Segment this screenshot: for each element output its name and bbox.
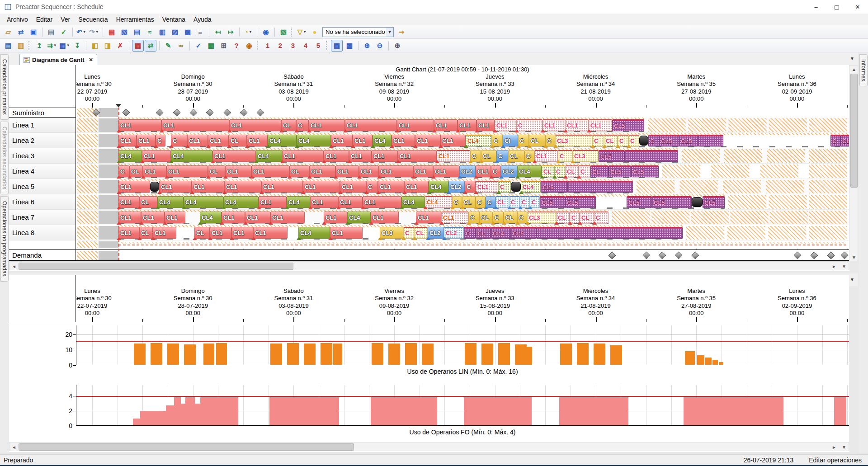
view-plot-button[interactable]: ≈ <box>144 26 156 38</box>
reload-schedule-button[interactable]: ⇄ <box>145 40 156 52</box>
gantt-bar[interactable]: CL5 <box>703 196 725 208</box>
sidetab-calendarios-primarios[interactable]: Calendarios primarios <box>0 54 9 120</box>
gantt-tab-close-icon[interactable]: ✕ <box>89 57 93 63</box>
gantt-bar[interactable]: CL4 <box>157 196 184 208</box>
gantt-bar[interactable]: CL1 <box>379 165 413 177</box>
gantt-bar[interactable]: CL2 <box>444 227 464 239</box>
gantt-bar[interactable]: CL1 <box>245 212 270 223</box>
gantt-bar[interactable]: CL5 <box>659 135 679 146</box>
resource-label-linea-1[interactable]: Linea 1 <box>9 118 75 133</box>
tool-4-button[interactable]: 4 <box>300 40 311 52</box>
gantt-bar[interactable]: CL1 <box>324 150 349 162</box>
gantt-bar[interactable]: CL1 <box>476 119 495 131</box>
open-button[interactable]: ▱ <box>2 26 14 38</box>
plots-scroll-down-icon[interactable]: ▼ <box>840 443 848 451</box>
resource-label-linea-5[interactable]: Linea 5 <box>9 179 75 194</box>
demand-marker[interactable] <box>659 252 666 259</box>
demand-marker[interactable] <box>609 252 616 259</box>
gantt-bar[interactable]: CL1 <box>345 119 397 131</box>
gantt-bar[interactable]: CL4 <box>200 212 222 223</box>
gantt-bar[interactable]: CL1 <box>303 181 340 193</box>
gantt-bar[interactable]: CL1 <box>534 150 558 162</box>
gantt-bar[interactable]: CL4 <box>491 227 511 239</box>
redo-button[interactable]: ↷▼ <box>88 26 100 38</box>
gantt-bar[interactable]: CL <box>229 135 247 146</box>
gantt-bar[interactable]: CL1 <box>137 135 156 146</box>
gantt-bar[interactable]: CL4 <box>256 150 282 162</box>
table-edit-button[interactable]: ▩ <box>344 40 355 52</box>
gantt-bar[interactable]: CL4 <box>466 135 492 146</box>
supply-marker[interactable] <box>240 109 248 117</box>
rolldown-button[interactable]: ↦ <box>225 26 236 38</box>
gantt-bar[interactable]: CL1 <box>434 119 458 131</box>
gantt-bar[interactable]: CL1 <box>309 165 335 177</box>
gantt-bar[interactable]: CL3 <box>380 227 403 239</box>
gantt-bar[interactable]: CL1 <box>165 212 185 223</box>
gantt-bar[interactable]: CL4 <box>268 135 297 146</box>
gantt-bar[interactable] <box>150 182 159 192</box>
gantt-bar[interactable]: CL1 <box>143 165 166 177</box>
gantt-bar[interactable] <box>639 136 648 146</box>
gantt-bar[interactable]: CL1 <box>251 165 289 177</box>
gantt-bar[interactable]: CL1 <box>397 119 434 131</box>
gantt-bar[interactable]: CL1 <box>212 150 256 162</box>
zoom-in-button[interactable]: ⊕ <box>361 40 373 52</box>
demand-marker[interactable] <box>841 252 849 259</box>
import-button[interactable]: ⇄ <box>15 26 27 38</box>
undo-button[interactable]: ↶▼ <box>75 26 87 38</box>
zoom-fit-button[interactable]: ⊕ <box>392 40 403 52</box>
gantt-bar[interactable] <box>698 135 723 146</box>
gantt-bar[interactable]: C <box>516 119 542 131</box>
gantt-bar[interactable]: CL1 <box>118 227 139 239</box>
gantt-vscroll-thumb[interactable] <box>850 74 858 188</box>
tab-diagrama-de-gantt[interactable]: Diagrama de Gantt ✕ <box>19 54 97 66</box>
view-grid-button[interactable]: ▥ <box>156 26 168 38</box>
gantt-bar[interactable]: CL1 <box>353 135 373 146</box>
gantt-bar[interactable]: CL1 <box>340 181 366 193</box>
gantt-bar[interactable]: CL1 <box>372 150 398 162</box>
gantt-bar[interactable]: CL4 <box>297 135 331 146</box>
gantt-bar[interactable] <box>568 181 633 193</box>
minimize-button[interactable]: – <box>806 0 826 14</box>
gantt-vscroll-up-icon[interactable]: ▲ <box>850 66 858 73</box>
gantt-bar[interactable]: CL1 <box>338 196 363 208</box>
resource-label-linea-4[interactable]: Linea 4 <box>9 164 75 179</box>
gantt-bar[interactable]: CL <box>476 227 491 239</box>
gantt-bar[interactable]: CL5 <box>612 119 644 131</box>
gantt-bar[interactable]: CL4 <box>287 196 310 208</box>
gantt-bar[interactable]: CL1 <box>416 212 441 223</box>
gantt-bar[interactable]: CL1 <box>208 135 229 146</box>
view-fields-button[interactable]: ▩ <box>182 26 193 38</box>
gantt-bar[interactable]: CL1 <box>118 119 161 131</box>
close-button[interactable]: ✕ <box>847 0 868 14</box>
gantt-bar[interactable]: CL4 <box>298 227 330 239</box>
update-grid-button[interactable]: ▦ <box>205 40 217 52</box>
gantt-bar[interactable]: CL1 <box>565 119 589 131</box>
gantt-bar[interactable]: CL1 <box>161 119 229 131</box>
supply-marker[interactable] <box>257 109 264 117</box>
gantt-bar[interactable]: CL1 <box>371 212 399 223</box>
gantt-bar[interactable]: CL1 <box>118 212 141 223</box>
gantt-bar[interactable]: CL1 <box>335 165 359 177</box>
gantt-bar[interactable]: CL1 <box>247 135 268 146</box>
gantt-bar[interactable]: CL1 <box>392 135 415 146</box>
demand-marker[interactable] <box>811 252 818 259</box>
view-schedule-button[interactable]: ▧ <box>118 26 130 38</box>
copy-schedule-button[interactable]: ▤ <box>2 40 14 52</box>
gantt-bar[interactable]: CL1 <box>330 227 363 239</box>
gantt-bar[interactable]: CL1 <box>141 212 165 223</box>
resource-label-linea-8[interactable]: Linea 8 <box>9 225 75 240</box>
gantt-bar[interactable]: CL1 <box>225 165 251 177</box>
infinite-capacity-button[interactable]: ∞ <box>175 40 187 52</box>
gantt-bar[interactable]: CL5 <box>540 196 565 208</box>
gantt-bar[interactable]: CL1 <box>270 212 305 223</box>
gantt-bar[interactable]: CL <box>289 165 309 177</box>
rollup-button[interactable]: ↤ <box>212 26 224 38</box>
gantt-bar[interactable]: CL1 <box>363 196 401 208</box>
gantt-bar[interactable]: CL1 <box>441 212 468 223</box>
resource-label-linea-3[interactable]: Linea 3 <box>9 148 75 164</box>
menu-editar[interactable]: Editar <box>32 14 57 24</box>
plots-tablist-dropdown-icon[interactable]: ▼ <box>850 277 854 282</box>
resource-label-suministro[interactable]: Suministro <box>9 108 75 118</box>
gantt-bar[interactable]: CL <box>139 196 157 208</box>
